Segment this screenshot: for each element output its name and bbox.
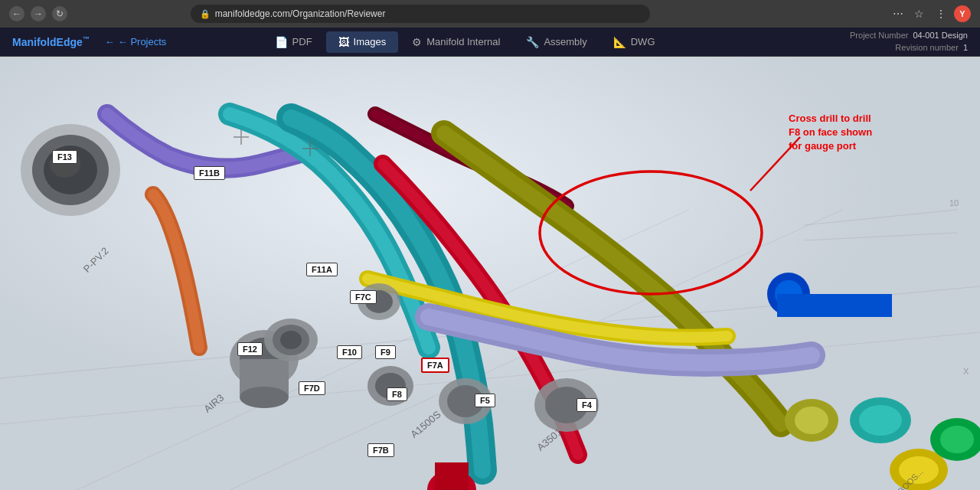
tab-manifold-internal[interactable]: ⚙ Manifold Internal bbox=[400, 31, 512, 53]
browser-actions: ⋯ ☆ ⋮ Y bbox=[890, 5, 971, 22]
label-F11A[interactable]: F11A bbox=[306, 263, 338, 276]
assembly-icon: 🔧 bbox=[526, 36, 539, 48]
tab-assembly-label: Assembly bbox=[544, 36, 586, 47]
nav-reload-button[interactable]: ↻ bbox=[52, 6, 67, 21]
url-text: manifoldedge.com/Organization/Reviewer bbox=[215, 8, 386, 19]
svg-point-23 bbox=[940, 426, 974, 453]
label-F10[interactable]: F10 bbox=[337, 345, 362, 359]
manifold-internal-icon: ⚙ bbox=[412, 36, 422, 48]
back-to-projects-button[interactable]: ← ← Projects bbox=[105, 36, 167, 47]
revision-number-label: Revision number bbox=[895, 42, 959, 54]
label-F4[interactable]: F4 bbox=[577, 398, 597, 412]
nav-tabs: 📄 PDF 🖼 Images ⚙ Manifold Internal 🔧 Ass… bbox=[263, 31, 668, 53]
label-F11B[interactable]: F11B bbox=[194, 166, 225, 180]
svg-point-19 bbox=[795, 407, 828, 434]
project-number-label: Project Number bbox=[850, 30, 908, 41]
label-F12[interactable]: F12 bbox=[237, 342, 263, 356]
lock-icon: 🔒 bbox=[200, 9, 211, 19]
tab-dwg[interactable]: 📐 DWG bbox=[601, 31, 668, 53]
tab-images-label: Images bbox=[354, 36, 387, 47]
label-F7C[interactable]: F7C bbox=[350, 290, 377, 304]
main-content: 10 X P-PV.2 AIR3 A1500S A3501 X_BOOS... … bbox=[0, 57, 980, 490]
tab-pdf[interactable]: 📄 PDF bbox=[263, 31, 325, 53]
svg-point-12 bbox=[240, 387, 289, 408]
back-arrow-icon: ← bbox=[105, 36, 115, 47]
svg-text:10: 10 bbox=[949, 198, 959, 207]
app-logo: ManifoldEdge™ bbox=[12, 35, 90, 48]
project-info: Project Number 04-001 Design Revision nu… bbox=[850, 30, 968, 54]
label-F7B[interactable]: F7B bbox=[368, 443, 394, 457]
annotation-text: Cross drill to drillF8 on face shownfor … bbox=[789, 112, 872, 154]
label-F8[interactable]: F8 bbox=[387, 387, 407, 401]
label-F5[interactable]: F5 bbox=[475, 394, 495, 407]
cad-viewport[interactable]: 10 X P-PV.2 AIR3 A1500S A3501 X_BOOS... … bbox=[0, 57, 980, 490]
tab-assembly[interactable]: 🔧 Assembly bbox=[514, 31, 599, 53]
nav-back-button[interactable]: ← bbox=[9, 6, 24, 21]
browser-chrome: ← → ↻ 🔒 manifoldedge.com/Organization/Re… bbox=[0, 0, 980, 28]
svg-point-26 bbox=[280, 331, 302, 349]
project-number-value: 04-001 Design bbox=[913, 30, 968, 41]
label-F7A[interactable]: F7A bbox=[421, 358, 449, 373]
svg-rect-35 bbox=[435, 462, 469, 489]
revision-number-value: 1 bbox=[963, 42, 968, 54]
label-F13[interactable]: F13 bbox=[52, 150, 77, 164]
tab-manifold-internal-label: Manifold Internal bbox=[426, 36, 500, 47]
tab-dwg-label: DWG bbox=[631, 36, 655, 47]
settings-button[interactable]: ⋮ bbox=[933, 5, 949, 22]
bookmark-button[interactable]: ☆ bbox=[911, 5, 928, 22]
tab-images[interactable]: 🖼 Images bbox=[326, 31, 399, 53]
svg-point-17 bbox=[859, 405, 902, 436]
tab-pdf-label: PDF bbox=[292, 36, 312, 47]
nav-forward-button[interactable]: → bbox=[31, 6, 46, 21]
pdf-icon: 📄 bbox=[275, 36, 288, 48]
url-bar[interactable]: 🔒 manifoldedge.com/Organization/Reviewer bbox=[191, 5, 650, 23]
user-avatar[interactable]: Y bbox=[954, 5, 971, 22]
label-F9[interactable]: F9 bbox=[375, 345, 396, 359]
images-icon: 🖼 bbox=[338, 36, 349, 48]
extensions-button[interactable]: ⋯ bbox=[890, 5, 906, 22]
app-bar: ManifoldEdge™ ← ← Projects 📄 PDF 🖼 Image… bbox=[0, 28, 980, 57]
back-label: ← Projects bbox=[118, 36, 167, 47]
label-F7D[interactable]: F7D bbox=[299, 381, 325, 395]
svg-rect-15 bbox=[777, 294, 892, 317]
dwg-icon: 📐 bbox=[613, 36, 626, 48]
svg-text:X: X bbox=[963, 367, 969, 376]
